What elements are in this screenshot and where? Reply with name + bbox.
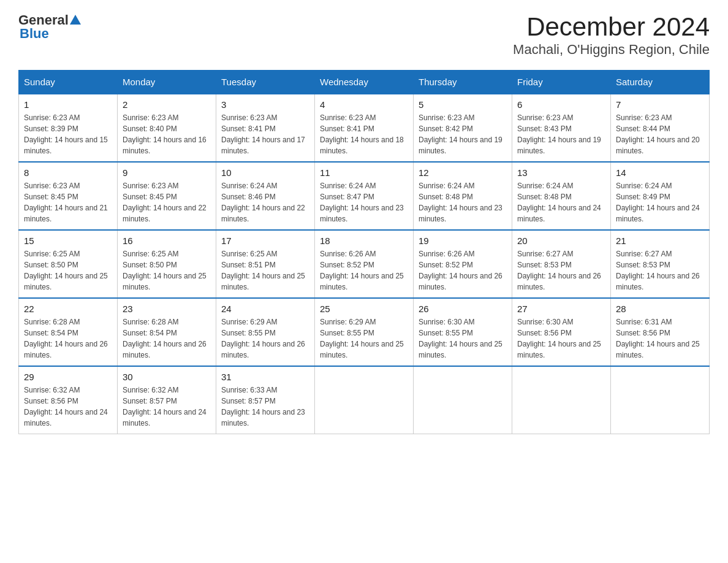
day-number: 17 <box>221 236 309 246</box>
day-info: Sunrise: 6:33 AMSunset: 8:57 PMDaylight:… <box>221 385 309 429</box>
day-info: Sunrise: 6:24 AMSunset: 8:48 PMDaylight:… <box>419 180 507 224</box>
calendar-day-cell: 6Sunrise: 6:23 AMSunset: 8:43 PMDaylight… <box>512 94 611 162</box>
calendar-day-cell: 5Sunrise: 6:23 AMSunset: 8:42 PMDaylight… <box>414 94 512 162</box>
day-info: Sunrise: 6:30 AMSunset: 8:56 PMDaylight:… <box>517 316 605 361</box>
day-info: Sunrise: 6:23 AMSunset: 8:41 PMDaylight:… <box>320 112 408 156</box>
day-info: Sunrise: 6:23 AMSunset: 8:45 PMDaylight:… <box>24 180 112 224</box>
day-number: 12 <box>419 167 507 178</box>
calendar-day-cell: 23Sunrise: 6:28 AMSunset: 8:54 PMDayligh… <box>118 298 216 366</box>
day-number: 18 <box>320 236 408 246</box>
day-info: Sunrise: 6:32 AMSunset: 8:57 PMDaylight:… <box>123 385 211 429</box>
calendar-day-cell: 28Sunrise: 6:31 AMSunset: 8:56 PMDayligh… <box>611 298 710 366</box>
day-number: 27 <box>517 304 605 314</box>
day-number: 25 <box>320 304 408 314</box>
calendar-day-cell: 16Sunrise: 6:25 AMSunset: 8:50 PMDayligh… <box>118 230 216 298</box>
logo-blue-text: Blue <box>20 26 49 42</box>
day-number: 11 <box>320 167 408 178</box>
calendar-day-cell: 21Sunrise: 6:27 AMSunset: 8:53 PMDayligh… <box>611 230 710 298</box>
page-header: General Blue December 2024 Machali, O'Hi… <box>18 12 710 58</box>
calendar-week-row: 8Sunrise: 6:23 AMSunset: 8:45 PMDaylight… <box>19 162 710 230</box>
day-number: 21 <box>616 236 704 246</box>
page-subtitle: Machali, O'Higgins Region, Chile <box>513 42 710 58</box>
calendar-day-cell: 2Sunrise: 6:23 AMSunset: 8:40 PMDaylight… <box>118 94 216 162</box>
day-number: 31 <box>221 372 309 382</box>
day-number: 9 <box>123 167 211 178</box>
calendar-header-row: SundayMondayTuesdayWednesdayThursdayFrid… <box>19 71 710 94</box>
day-number: 7 <box>616 99 704 110</box>
calendar-day-header: Friday <box>512 71 611 94</box>
day-info: Sunrise: 6:27 AMSunset: 8:53 PMDaylight:… <box>616 248 704 293</box>
calendar-day-cell: 9Sunrise: 6:23 AMSunset: 8:45 PMDaylight… <box>118 162 216 230</box>
day-number: 2 <box>123 99 211 110</box>
calendar-day-cell: 17Sunrise: 6:25 AMSunset: 8:51 PMDayligh… <box>216 230 315 298</box>
day-info: Sunrise: 6:25 AMSunset: 8:50 PMDaylight:… <box>24 248 112 293</box>
day-number: 5 <box>419 99 507 110</box>
day-info: Sunrise: 6:28 AMSunset: 8:54 PMDaylight:… <box>24 316 112 361</box>
day-info: Sunrise: 6:23 AMSunset: 8:45 PMDaylight:… <box>123 180 211 224</box>
calendar-day-cell: 7Sunrise: 6:23 AMSunset: 8:44 PMDaylight… <box>611 94 710 162</box>
calendar-day-cell: 11Sunrise: 6:24 AMSunset: 8:47 PMDayligh… <box>315 162 414 230</box>
calendar-day-cell: 12Sunrise: 6:24 AMSunset: 8:48 PMDayligh… <box>414 162 512 230</box>
day-number: 22 <box>24 304 112 314</box>
day-number: 6 <box>517 99 605 110</box>
day-info: Sunrise: 6:29 AMSunset: 8:55 PMDaylight:… <box>320 316 408 361</box>
calendar-day-cell: 22Sunrise: 6:28 AMSunset: 8:54 PMDayligh… <box>19 298 118 366</box>
calendar-day-cell <box>611 366 710 434</box>
day-info: Sunrise: 6:24 AMSunset: 8:46 PMDaylight:… <box>221 180 309 224</box>
calendar-day-cell: 1Sunrise: 6:23 AMSunset: 8:39 PMDaylight… <box>19 94 118 162</box>
day-info: Sunrise: 6:26 AMSunset: 8:52 PMDaylight:… <box>320 248 408 293</box>
day-number: 20 <box>517 236 605 246</box>
calendar-day-header: Saturday <box>611 71 710 94</box>
day-info: Sunrise: 6:23 AMSunset: 8:43 PMDaylight:… <box>517 112 605 156</box>
calendar-week-row: 15Sunrise: 6:25 AMSunset: 8:50 PMDayligh… <box>19 230 710 298</box>
day-number: 10 <box>221 167 309 178</box>
day-info: Sunrise: 6:32 AMSunset: 8:56 PMDaylight:… <box>24 385 112 429</box>
day-number: 28 <box>616 304 704 314</box>
day-info: Sunrise: 6:24 AMSunset: 8:48 PMDaylight:… <box>517 180 605 224</box>
day-number: 16 <box>123 236 211 246</box>
day-number: 1 <box>24 99 112 110</box>
calendar-day-cell: 10Sunrise: 6:24 AMSunset: 8:46 PMDayligh… <box>216 162 315 230</box>
day-info: Sunrise: 6:26 AMSunset: 8:52 PMDaylight:… <box>419 248 507 293</box>
logo-icon <box>69 13 82 27</box>
svg-marker-0 <box>70 15 81 25</box>
calendar-day-cell: 14Sunrise: 6:24 AMSunset: 8:49 PMDayligh… <box>611 162 710 230</box>
day-number: 24 <box>221 304 309 314</box>
logo: General Blue <box>18 12 82 42</box>
day-info: Sunrise: 6:29 AMSunset: 8:55 PMDaylight:… <box>221 316 309 361</box>
day-info: Sunrise: 6:27 AMSunset: 8:53 PMDaylight:… <box>517 248 605 293</box>
title-section: December 2024 Machali, O'Higgins Region,… <box>513 12 710 58</box>
calendar-day-cell: 19Sunrise: 6:26 AMSunset: 8:52 PMDayligh… <box>414 230 512 298</box>
calendar-day-cell: 29Sunrise: 6:32 AMSunset: 8:56 PMDayligh… <box>19 366 118 434</box>
calendar-day-cell <box>315 366 414 434</box>
calendar-day-cell: 30Sunrise: 6:32 AMSunset: 8:57 PMDayligh… <box>118 366 216 434</box>
day-number: 26 <box>419 304 507 314</box>
day-info: Sunrise: 6:30 AMSunset: 8:55 PMDaylight:… <box>419 316 507 361</box>
page-title: December 2024 <box>513 12 710 42</box>
day-info: Sunrise: 6:23 AMSunset: 8:40 PMDaylight:… <box>123 112 211 156</box>
calendar-day-cell: 13Sunrise: 6:24 AMSunset: 8:48 PMDayligh… <box>512 162 611 230</box>
day-number: 29 <box>24 372 112 382</box>
calendar-day-cell: 27Sunrise: 6:30 AMSunset: 8:56 PMDayligh… <box>512 298 611 366</box>
calendar-table: SundayMondayTuesdayWednesdayThursdayFrid… <box>18 70 710 434</box>
day-number: 15 <box>24 236 112 246</box>
day-info: Sunrise: 6:25 AMSunset: 8:51 PMDaylight:… <box>221 248 309 293</box>
day-info: Sunrise: 6:28 AMSunset: 8:54 PMDaylight:… <box>123 316 211 361</box>
calendar-day-cell: 25Sunrise: 6:29 AMSunset: 8:55 PMDayligh… <box>315 298 414 366</box>
calendar-week-row: 1Sunrise: 6:23 AMSunset: 8:39 PMDaylight… <box>19 94 710 162</box>
day-info: Sunrise: 6:23 AMSunset: 8:42 PMDaylight:… <box>419 112 507 156</box>
day-number: 30 <box>123 372 211 382</box>
day-info: Sunrise: 6:23 AMSunset: 8:39 PMDaylight:… <box>24 112 112 156</box>
day-info: Sunrise: 6:23 AMSunset: 8:41 PMDaylight:… <box>221 112 309 156</box>
calendar-day-cell: 3Sunrise: 6:23 AMSunset: 8:41 PMDaylight… <box>216 94 315 162</box>
calendar-day-cell: 20Sunrise: 6:27 AMSunset: 8:53 PMDayligh… <box>512 230 611 298</box>
day-number: 14 <box>616 167 704 178</box>
calendar-day-cell: 24Sunrise: 6:29 AMSunset: 8:55 PMDayligh… <box>216 298 315 366</box>
day-info: Sunrise: 6:24 AMSunset: 8:47 PMDaylight:… <box>320 180 408 224</box>
day-info: Sunrise: 6:23 AMSunset: 8:44 PMDaylight:… <box>616 112 704 156</box>
calendar-day-cell: 26Sunrise: 6:30 AMSunset: 8:55 PMDayligh… <box>414 298 512 366</box>
calendar-day-cell: 4Sunrise: 6:23 AMSunset: 8:41 PMDaylight… <box>315 94 414 162</box>
calendar-day-cell: 18Sunrise: 6:26 AMSunset: 8:52 PMDayligh… <box>315 230 414 298</box>
calendar-day-header: Monday <box>118 71 216 94</box>
day-number: 3 <box>221 99 309 110</box>
